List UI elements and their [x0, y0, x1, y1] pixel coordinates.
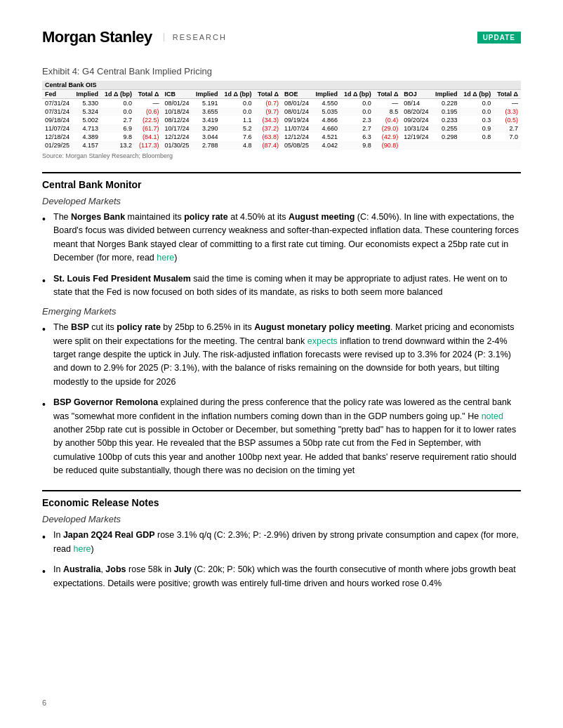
table-cell: (9.7)	[254, 107, 282, 116]
bullet-content: In Japan 2Q24 Real GDP rose 3.1% q/q (C:…	[53, 529, 521, 556]
exhibit-title: Exhibit 4: G4 Central Bank Implied Prici…	[42, 66, 521, 77]
update-badge: UPDATE	[477, 32, 521, 44]
developed-markets-bullets: •The Norges Bank maintained its policy r…	[42, 211, 521, 299]
th-sonia-1d: 1d Δ (bp)	[221, 90, 255, 99]
table-cell: 11/07/24	[282, 124, 312, 133]
table-cell: (37.2)	[254, 124, 282, 133]
bold-text: Japan 2Q24 Real GDP	[63, 530, 155, 540]
th-icb: ICB	[161, 90, 192, 99]
th-boj: BOJ	[401, 90, 432, 99]
table-cell: 0.3	[460, 116, 494, 124]
table-cell: 08/01/24	[161, 99, 192, 108]
list-item: •St. Louis Fed President Musalem said th…	[42, 272, 521, 300]
table-cell: 8.5	[374, 107, 402, 116]
bold-text: BSP	[71, 322, 89, 332]
header-left: Morgan Stanley RESEARCH	[42, 28, 227, 46]
table-cell: 12/18/24	[42, 133, 73, 141]
col-header-effr: Central Bank OIS	[42, 81, 161, 90]
inline-link[interactable]: noted	[482, 411, 503, 421]
bold-text: Australia	[63, 564, 101, 574]
table-cell: 0.0	[101, 107, 135, 116]
table-cell: 3.044	[192, 133, 220, 141]
table-cell: 5.002	[73, 116, 101, 124]
table-cell: 0.8	[460, 133, 494, 141]
inline-text: maintained its	[125, 212, 184, 222]
inline-link[interactable]: here	[74, 544, 91, 554]
table-cell: 08/01/24	[282, 99, 312, 108]
central-bank-monitor-title: Central Bank Monitor	[42, 172, 521, 190]
table-cell: 10/31/24	[401, 124, 432, 133]
table-cell: 0.0	[340, 99, 374, 108]
table-cell: 2.7	[494, 124, 521, 133]
exhibit-subtitle: G4 Central Bank Implied Pricing	[82, 66, 212, 77]
table-cell: 0.233	[432, 116, 460, 124]
pricing-table: Central Bank OIS Fed Implied 1d Δ (bp) T…	[42, 81, 521, 150]
col-header-estr	[282, 81, 401, 90]
inline-link[interactable]: expects	[307, 336, 338, 346]
th-estr-total: Total Δ	[374, 90, 402, 99]
exhibit-label: Exhibit 4:	[42, 66, 79, 77]
bold-text: policy rate	[184, 212, 228, 222]
table-cell: 2.788	[192, 141, 220, 150]
inline-text: at 4.50% at its	[228, 212, 289, 222]
inline-text: The	[53, 322, 71, 332]
bullet-content: The BSP cut its policy rate by 25bp to 6…	[53, 321, 521, 389]
th-estr-implied: Implied	[312, 90, 340, 99]
th-effr-implied: Implied	[73, 90, 101, 99]
table-cell	[432, 141, 460, 150]
table-cell: 3.655	[192, 107, 220, 116]
company-logo: Morgan Stanley	[42, 28, 152, 46]
table-cell: 4.866	[312, 116, 340, 124]
table-cell: 07/31/24	[42, 99, 73, 108]
inline-text: by 25bp to 6.25% in its	[161, 322, 254, 332]
th-fed: Fed	[42, 90, 73, 99]
page-number: 6	[42, 699, 46, 707]
inline-link[interactable]: here	[157, 253, 174, 263]
table-cell: 13.2	[101, 141, 135, 150]
table-cell: 0.0	[221, 99, 255, 108]
th-estr-1d: 1d Δ (bp)	[340, 90, 374, 99]
inline-text: rose 58k in	[126, 564, 174, 574]
th-tonar-total: Total Δ	[494, 90, 521, 99]
table-cell: 0.195	[432, 107, 460, 116]
table-cell: 6.3	[340, 133, 374, 141]
bullet-content: In Australia, Jobs rose 58k in July (C: …	[53, 563, 521, 590]
page-header: Morgan Stanley RESEARCH UPDATE	[42, 28, 521, 46]
th-effr-1d: 1d Δ (bp)	[101, 90, 135, 99]
table-cell: (87.4)	[254, 141, 282, 150]
table-cell: 5.330	[73, 99, 101, 108]
table-cell: (22.5)	[135, 116, 162, 124]
inline-text: The	[53, 212, 71, 222]
inline-text: )	[91, 544, 94, 554]
developed-markets-label: Developed Markets	[42, 196, 521, 206]
table-cell: 3.290	[192, 124, 220, 133]
table-cell: 0.0	[221, 107, 255, 116]
bullet-dot: •	[42, 530, 53, 545]
th-tonar-implied: Implied	[432, 90, 460, 99]
bullet-dot: •	[42, 212, 53, 227]
inline-text: )	[174, 253, 177, 263]
emerging-markets-label: Emerging Markets	[42, 306, 521, 317]
table-cell: (29.0)	[374, 124, 402, 133]
table-cell: (0.7)	[254, 99, 282, 108]
table-cell: 09/18/24	[42, 116, 73, 124]
table-cell: (0.5)	[494, 116, 521, 124]
table-cell: 1.1	[221, 116, 255, 124]
developed-markets-section: Developed Markets •The Norges Bank maint…	[42, 196, 521, 299]
table-cell	[494, 141, 521, 150]
bold-text: BSP Governor Remolona	[53, 397, 158, 407]
table-cell: 10/17/24	[161, 124, 192, 133]
bullet-dot: •	[42, 322, 53, 338]
bullet-dot: •	[42, 564, 53, 580]
bold-text: July	[174, 564, 192, 574]
table-cell: 9.8	[340, 141, 374, 150]
table-cell: (34.3)	[254, 116, 282, 124]
table-cell: 08/14	[401, 99, 432, 108]
table-cell: —	[374, 99, 402, 108]
table-cell	[460, 141, 494, 150]
table-cell: 4.8	[221, 141, 255, 150]
table-cell: 12/19/24	[401, 133, 432, 141]
table-cell: 0.0	[460, 99, 494, 108]
table-cell: 4.660	[312, 124, 340, 133]
table-cell: 4.550	[312, 99, 340, 108]
